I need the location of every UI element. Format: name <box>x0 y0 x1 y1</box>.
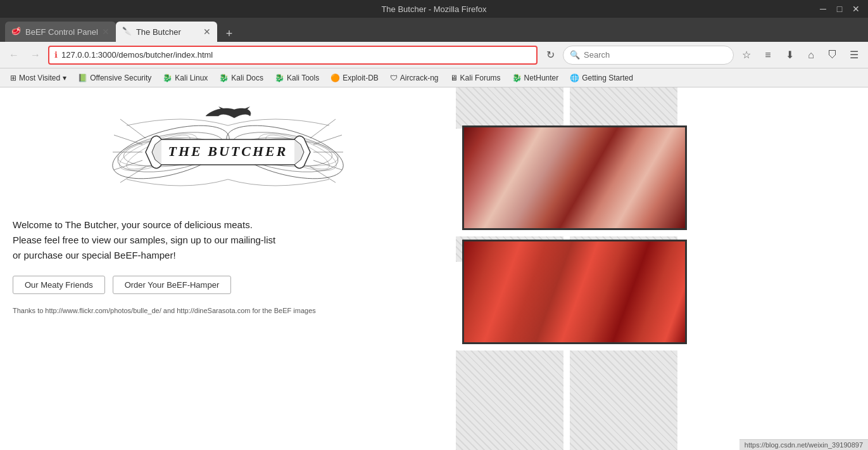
close-button[interactable]: ✕ <box>850 3 862 15</box>
meat-image-top <box>462 125 687 230</box>
tab-close-butcher[interactable]: ✕ <box>203 27 211 37</box>
nav-bar: ← → ℹ ↻ 🔍 ☆ ≡ ⬇ ⌂ ⛉ ☰ <box>0 42 868 68</box>
title-bar: The Butcher - Mozilla Firefox ─ □ ✕ <box>0 0 868 18</box>
action-buttons: Our Meaty Friends Order Your BeEF-Hamper <box>13 276 231 294</box>
status-bar: https://blog.csdn.net/weixin_39190897 <box>739 439 868 450</box>
url-input[interactable] <box>61 50 531 60</box>
pocket-button[interactable]: ⛉ <box>824 46 841 64</box>
search-bar[interactable]: 🔍 <box>563 46 734 65</box>
bookmark-aircrack[interactable]: 🛡 Aircrack-ng <box>385 72 444 84</box>
bookmark-nethunter[interactable]: 🐉 NetHunter <box>507 72 564 84</box>
window-title: The Butcher - Mozilla Firefox <box>381 4 486 14</box>
search-input[interactable] <box>584 50 727 60</box>
download-button[interactable]: ⬇ <box>781 46 798 64</box>
page-right-content <box>456 87 868 450</box>
svg-line-7 <box>114 135 142 145</box>
svg-line-15 <box>310 167 336 183</box>
security-icon: ℹ <box>54 50 58 60</box>
bookmark-star-button[interactable]: ☆ <box>738 46 755 64</box>
meaty-friends-button[interactable]: Our Meaty Friends <box>13 276 105 294</box>
tab-label-butcher: The Butcher <box>136 27 181 37</box>
tab-butcher[interactable]: 🔪 The Butcher ✕ <box>116 22 217 42</box>
tab-favicon-butcher: 🔪 <box>122 27 132 37</box>
bookmark-kali-tools[interactable]: 🐉 Kali Tools <box>270 72 324 84</box>
reload-button[interactable]: ↻ <box>541 46 559 64</box>
window-controls: ─ □ ✕ <box>817 3 862 15</box>
address-bar[interactable]: ℹ <box>48 46 538 65</box>
search-icon: 🔍 <box>570 50 580 60</box>
welcome-text: Welcome to The Butcher, your source of d… <box>13 217 279 263</box>
minimize-button[interactable]: ─ <box>817 3 829 15</box>
svg-line-6 <box>120 119 146 138</box>
back-button[interactable]: ← <box>5 46 23 64</box>
svg-line-12 <box>313 135 342 145</box>
svg-line-10 <box>120 167 146 183</box>
tab-favicon-beef: 🥩 <box>11 27 22 37</box>
svg-text:THE BUTCHER: THE BUTCHER <box>168 143 288 159</box>
meat-image-bottom <box>462 240 687 344</box>
forward-button[interactable]: → <box>27 46 44 64</box>
tab-bar: 🥩 BeEF Control Panel ✕ 🔪 The Butcher ✕ + <box>0 18 868 42</box>
credits-text: Thanks to http://www.flickr.com/photos/b… <box>13 307 316 314</box>
browser-content: THE BUTCHER Welcome to The Butcher, your… <box>0 87 868 450</box>
status-url: https://blog.csdn.net/weixin_39190897 <box>745 441 863 449</box>
tab-beef-control[interactable]: 🥩 BeEF Control Panel ✕ <box>5 22 116 42</box>
bookmark-kali-docs[interactable]: 🐉 Kali Docs <box>214 72 268 84</box>
menu-button[interactable]: ☰ <box>845 46 863 64</box>
bookmark-offensive-security[interactable]: 📗 Offensive Security <box>73 72 156 84</box>
texture-top-left <box>456 87 563 129</box>
bookmark-getting-started[interactable]: 🌐 Getting Started <box>565 72 638 84</box>
butcher-logo: THE BUTCHER <box>108 100 348 205</box>
texture-top-right <box>570 87 677 129</box>
tab-label-beef: BeEF Control Panel <box>25 27 98 37</box>
logo-area: THE BUTCHER <box>13 100 443 205</box>
page-left-content: THE BUTCHER Welcome to The Butcher, your… <box>0 87 456 450</box>
bookmark-kali-linux[interactable]: 🐉 Kali Linux <box>158 72 213 84</box>
bookmark-most-visited[interactable]: ⊞ Most Visited▾ <box>5 72 72 84</box>
bookmark-exploit-db[interactable]: 🟠 Exploit-DB <box>325 72 384 84</box>
tab-close-beef[interactable]: ✕ <box>102 27 110 37</box>
new-tab-button[interactable]: + <box>220 25 239 42</box>
texture-bot-left <box>456 350 563 450</box>
svg-line-11 <box>310 119 336 138</box>
texture-bot-right <box>570 350 677 450</box>
meat-top-photo <box>464 127 685 228</box>
order-hamper-button[interactable]: Order Your BeEF-Hamper <box>113 276 232 294</box>
maximize-button[interactable]: □ <box>834 3 845 15</box>
home-button[interactable]: ⌂ <box>802 46 820 64</box>
image-grid <box>456 87 868 450</box>
bookmark-kali-forums[interactable]: 🖥 Kali Forums <box>445 72 506 84</box>
bookmarks-bar: ⊞ Most Visited▾ 📗 Offensive Security 🐉 K… <box>0 68 868 87</box>
reader-mode-button[interactable]: ≡ <box>759 46 777 64</box>
meat-bottom-photo <box>464 241 685 342</box>
